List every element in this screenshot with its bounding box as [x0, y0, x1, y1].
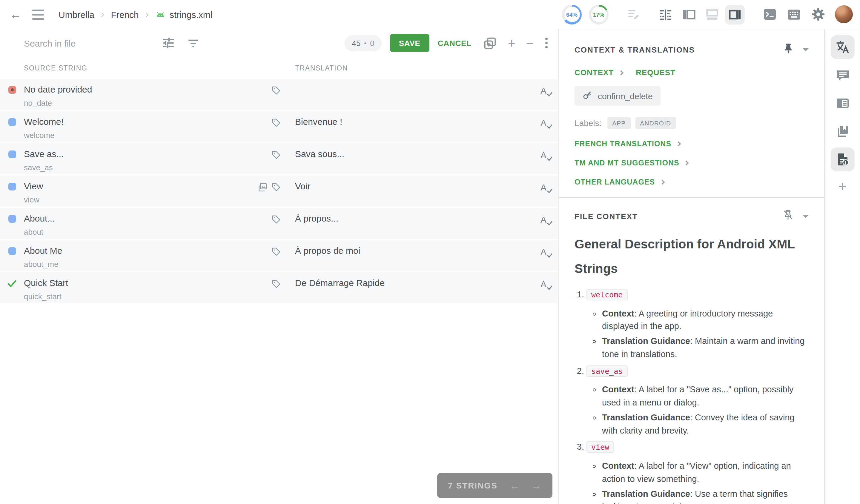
- approve-icon[interactable]: A: [541, 247, 551, 257]
- section-other-languages[interactable]: OTHER LANGUAGES: [575, 178, 809, 186]
- approve-icon[interactable]: A: [541, 118, 551, 128]
- zoom-in-icon[interactable]: +: [508, 37, 515, 49]
- translation-text[interactable]: À propos de moi: [286, 245, 533, 271]
- context-panel: CONTEXT & TRANSLATIONS CONTEXT REQUEST c…: [558, 29, 824, 504]
- tag-icon[interactable]: [271, 214, 281, 227]
- status-translated-icon: [8, 183, 16, 190]
- source-string-text: Welcome!: [24, 116, 248, 127]
- zoom-out-icon[interactable]: −: [526, 37, 533, 49]
- comments-tab-icon[interactable]: [830, 63, 854, 87]
- settings-gear-icon[interactable]: [811, 7, 825, 21]
- console-icon[interactable]: [763, 7, 777, 21]
- doc-bullet: Context: A greeting or introductory mess…: [602, 307, 809, 333]
- translation-memory-tab-icon[interactable]: [830, 119, 854, 143]
- table-row[interactable]: View view Voir A: [0, 175, 558, 207]
- view-mode-right-panel-icon[interactable]: [725, 4, 745, 24]
- section-french-translations[interactable]: FRENCH TRANSLATIONS: [575, 140, 809, 148]
- doc-key-chip: view: [586, 442, 614, 453]
- translation-text[interactable]: De Démarrage Rapide: [286, 278, 533, 303]
- menu-icon[interactable]: [32, 9, 44, 19]
- back-icon[interactable]: ←: [10, 8, 22, 20]
- doc-bullet: Context: A label for a "Save as..." opti…: [602, 384, 809, 409]
- file-context-title: FILE CONTEXT: [575, 212, 783, 221]
- string-key: no_date: [24, 99, 248, 107]
- strings-list-panel: 45 • 0 SAVE CANCEL + − SOURCE STRING TRA…: [0, 29, 558, 504]
- android-file-icon: [155, 10, 166, 19]
- chevron-right-icon: [676, 142, 681, 147]
- doc-key-chip: save_as: [586, 365, 627, 376]
- table-row[interactable]: Quick Start quick_start De Démarrage Rap…: [0, 272, 558, 303]
- pin-off-icon[interactable]: [783, 210, 793, 223]
- table-row[interactable]: About Me about_me À propos de moi A: [0, 240, 558, 271]
- tag-icon[interactable]: [271, 247, 281, 259]
- view-mode-left-panel-icon[interactable]: [682, 8, 696, 21]
- tag-icon[interactable]: [271, 150, 281, 162]
- table-row[interactable]: No date provided no_date A: [0, 79, 558, 110]
- approve-icon[interactable]: A: [541, 85, 551, 96]
- approve-icon[interactable]: A: [541, 150, 551, 161]
- approve-icon[interactable]: A: [541, 279, 551, 290]
- string-key: quick_start: [24, 292, 248, 301]
- breadcrumb-project[interactable]: Umbrella: [59, 9, 94, 19]
- string-key-text: confirm_delete: [598, 91, 653, 101]
- file-context-tab-icon[interactable]: [830, 147, 854, 171]
- string-key-chip[interactable]: confirm_delete: [575, 86, 661, 106]
- translations-tab-icon[interactable]: [830, 35, 854, 59]
- cancel-button[interactable]: CANCEL: [438, 39, 472, 47]
- tab-request[interactable]: REQUEST: [636, 68, 675, 77]
- save-button[interactable]: SAVE: [390, 34, 429, 52]
- previous-page-icon[interactable]: ←: [510, 479, 520, 492]
- tag-icon[interactable]: [271, 85, 281, 98]
- chevron-right-icon: [684, 161, 689, 166]
- doc-title: General Description for Android XML Stri…: [575, 232, 809, 281]
- tag-icon[interactable]: [271, 118, 281, 130]
- table-row[interactable]: Save as... save_as Sava sous... A: [0, 143, 558, 174]
- doc-bullet: Translation Guidance: Convey the idea of…: [602, 412, 809, 437]
- string-key: about_me: [24, 260, 248, 269]
- pin-icon[interactable]: [784, 43, 793, 56]
- doc-bullet: Context: A label for a "View" option, in…: [602, 460, 809, 486]
- source-string-text: Save as...: [24, 149, 248, 159]
- approve-icon[interactable]: A: [541, 182, 551, 193]
- copy-source-icon[interactable]: [484, 36, 497, 50]
- approved-progress-ring[interactable]: 17%: [589, 4, 608, 24]
- doc-list-item: welcome Context: A greeting or introduct…: [586, 288, 809, 361]
- collapse-caret-icon[interactable]: [803, 215, 809, 218]
- more-options-icon[interactable]: [544, 37, 549, 49]
- doc-key-chip: welcome: [586, 289, 627, 300]
- table-row[interactable]: Welcome! welcome Bienvenue ! A: [0, 111, 558, 142]
- breadcrumb-language[interactable]: French: [111, 9, 139, 19]
- filter-icon[interactable]: [187, 37, 199, 49]
- table-row[interactable]: About... about À propos... A: [0, 208, 558, 239]
- tab-context[interactable]: CONTEXT: [575, 68, 614, 77]
- tag-icon[interactable]: [271, 279, 281, 291]
- screen: ← Umbrella › French › strings.xml 64% 17…: [0, 0, 860, 504]
- draft-notes-icon[interactable]: [627, 7, 641, 21]
- keyboard-shortcuts-icon[interactable]: [787, 7, 801, 22]
- view-mode-bottom-panel-icon[interactable]: [705, 8, 719, 21]
- section-tm-mt-suggestions[interactable]: TM AND MT SUGGESTIONS: [575, 159, 809, 167]
- translation-text[interactable]: À propos...: [286, 213, 533, 239]
- status-translated-icon: [8, 150, 16, 158]
- tag-icon[interactable]: [271, 182, 281, 195]
- next-page-icon[interactable]: →: [531, 479, 542, 492]
- string-key: welcome: [24, 131, 248, 140]
- doc-bullet: Translation Guidance: Use a term that si…: [602, 488, 809, 504]
- status-translated-icon: [8, 118, 16, 126]
- add-panel-icon[interactable]: +: [838, 178, 847, 195]
- search-input[interactable]: [24, 38, 152, 48]
- screenshot-icon[interactable]: [257, 182, 268, 195]
- collapse-caret-icon[interactable]: [803, 48, 809, 51]
- breadcrumb-file[interactable]: strings.xml: [170, 9, 212, 19]
- approve-icon[interactable]: A: [541, 214, 551, 225]
- translated-progress-ring[interactable]: 64%: [562, 4, 582, 24]
- filter-settings-icon[interactable]: [162, 37, 175, 49]
- dictionary-tab-icon[interactable]: [830, 91, 854, 115]
- translation-text[interactable]: Sava sous...: [286, 149, 533, 174]
- source-string-text: Quick Start: [24, 278, 248, 288]
- user-avatar[interactable]: [835, 5, 853, 23]
- translation-text[interactable]: [286, 84, 533, 110]
- view-mode-side-by-side-icon[interactable]: [659, 8, 672, 21]
- translation-text[interactable]: Bienvenue !: [286, 116, 533, 142]
- translation-text[interactable]: Voir: [286, 181, 533, 207]
